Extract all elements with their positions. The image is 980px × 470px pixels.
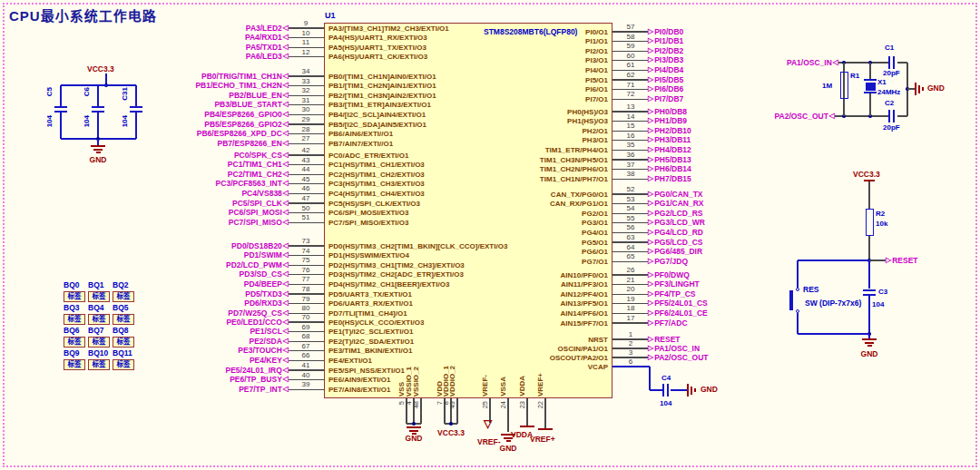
net-port[interactable]: PE0/LED1/CCO◁	[226, 318, 289, 327]
net-port[interactable]: PA4/RXD1◁	[245, 33, 289, 42]
net-port[interactable]: ▷PI7/DB7	[648, 94, 683, 103]
net-port[interactable]: ▷PF5/24L01_CS	[648, 299, 708, 308]
net-port[interactable]: PB6/ESP8266_XPD_DC◁	[197, 129, 289, 138]
net-port[interactable]: PC5/SPI_CLK◁	[232, 199, 289, 208]
tag-box-BQ10[interactable]: 标签	[88, 359, 110, 370]
net-port[interactable]: PC1/TIM1_CH1◁	[228, 160, 289, 169]
net-port[interactable]: ▷RESET	[648, 335, 681, 344]
net-port[interactable]: PC4/VS838◁	[241, 189, 289, 198]
net-port[interactable]: ▷PF7/ADC	[648, 318, 688, 328]
net-port[interactable]: PA5/TXD1◁	[246, 43, 289, 52]
tag-box-BQ3[interactable]: 标签	[64, 314, 85, 325]
net-port[interactable]: ▷PI0/DB0	[648, 27, 683, 36]
net-port[interactable]: PD4/BEEP◁	[244, 279, 289, 289]
net-port[interactable]: PC3/PCF8563_INT◁	[216, 179, 289, 188]
net-port[interactable]: PB5/ESP8266_GPIO2◁	[204, 120, 289, 129]
net-port[interactable]: PE1/SCL◁	[250, 327, 289, 336]
net-port[interactable]: PB2/BLUE_EN◁	[229, 91, 289, 100]
tag-box-BQ1[interactable]: 标签	[88, 291, 110, 302]
net-port[interactable]: PD7/W25Q_CS◁	[228, 308, 289, 318]
net-port[interactable]: ▷PG0/CAN_TX	[648, 190, 703, 199]
net-port[interactable]: PB0/TRIG/TIM1_CH1N◁	[201, 72, 289, 81]
net-port[interactable]: ▷PA1/OSC_IN	[648, 344, 700, 353]
net-port[interactable]: PE4/KEY◁	[250, 356, 289, 365]
net-port[interactable]: PC6/SPI_MOSI◁	[229, 208, 289, 217]
port-arrow-icon: ▷	[648, 56, 653, 64]
tag-box-BQ9[interactable]: 标签	[64, 359, 85, 370]
net-port[interactable]: ▷PH3/DB11	[648, 135, 691, 144]
resistor-R1[interactable]	[840, 72, 848, 99]
tag-box-BQ6[interactable]: 标签	[64, 337, 85, 348]
net-port[interactable]: PA2/OSC_OUT◁	[774, 112, 835, 121]
capacitor-C5[interactable]	[54, 106, 67, 108]
net-port[interactable]: ▷PH5/DB13	[648, 155, 691, 164]
capacitor-C4[interactable]	[667, 384, 669, 397]
tag-box-BQ11[interactable]: 标签	[113, 359, 134, 370]
net-port[interactable]: PD6/RXD3◁	[244, 299, 289, 308]
net-port[interactable]: PB7/ESP8266_EN◁	[217, 139, 289, 148]
capacitor-C1[interactable]	[893, 56, 895, 69]
tag-box-BQ2[interactable]: 标签	[113, 291, 134, 302]
net-port[interactable]: ▷PF3/LINGHT	[648, 279, 700, 289]
net-port[interactable]: PE7/TP_INT◁	[239, 385, 289, 394]
capacitor-C2[interactable]	[893, 110, 895, 122]
net-port[interactable]: PE2/SDA◁	[249, 337, 289, 346]
capacitor-C2[interactable]	[888, 110, 890, 122]
net-port[interactable]: ▷PA2/OSC_OUT	[648, 353, 709, 362]
tag-box-BQ4[interactable]: 标签	[88, 314, 110, 325]
net-port[interactable]: PA6/LED3◁	[246, 52, 289, 61]
net-port[interactable]: ▷PH4/DB12	[648, 145, 691, 154]
net-port[interactable]: ▷PF6/24L01_CE	[648, 308, 708, 318]
net-port[interactable]: ▷PH2/DB10	[648, 126, 691, 135]
net-port[interactable]: PC0/SPK_CS◁	[234, 151, 289, 160]
capacitor-C31[interactable]	[130, 106, 142, 108]
tag-box-BQ0[interactable]: 标签	[64, 291, 85, 302]
capacitor-C1[interactable]	[888, 56, 890, 69]
net-port[interactable]: ▷PH6/DB14	[648, 164, 691, 173]
net-port[interactable]: ▷PG7/JDQ	[648, 257, 688, 266]
net-port[interactable]: ▷PI2/DB2	[648, 46, 683, 55]
net-port[interactable]: ▷PG6/485_DIR	[648, 247, 702, 256]
net-port[interactable]: PE5/24L01_IRQ◁	[225, 366, 289, 375]
net-port[interactable]: ▷PG5/LCD_CS	[648, 238, 703, 247]
net-port[interactable]: ▷PI3/DB3	[648, 55, 683, 64]
net-port[interactable]: ▷PG3/LCD_WR	[648, 218, 705, 227]
net-port[interactable]: ▷PI1/DB1	[648, 36, 683, 45]
net-port[interactable]: ▷PH0/DB8	[648, 107, 687, 116]
net-port[interactable]: PB4/ESP8266_GPIO0◁	[204, 110, 289, 119]
net-port[interactable]: PC2/TIM1_CH2◁	[228, 170, 289, 179]
tag-box-BQ8[interactable]: 标签	[113, 337, 134, 348]
net-port[interactable]: ▷PI4/DB4	[648, 65, 683, 74]
net-port[interactable]: ▷PG2/LCD_RS	[648, 209, 703, 218]
net-port[interactable]: ▷PG1/CAN_RX	[648, 199, 703, 208]
net-port[interactable]: ▷PH1/DB9	[648, 116, 687, 125]
net-port[interactable]: PD5/TXD3◁	[245, 289, 289, 299]
net-port[interactable]: PA3/LED2◁	[246, 24, 289, 33]
pin-name: TIM1_CH1N/PH7/O1	[540, 175, 608, 183]
net-port[interactable]: ▷RESET	[886, 256, 918, 265]
net-port[interactable]: PC7/SPI_MISO◁	[229, 218, 289, 227]
tag-box-BQ5[interactable]: 标签	[113, 314, 134, 325]
net-port[interactable]: ▷PG4/LCD_RD	[648, 228, 703, 237]
net-port[interactable]: PE6/TP_BUSY◁	[230, 375, 289, 384]
crystal-X1[interactable]	[866, 83, 876, 91]
net-port[interactable]: PD2/LCD_PWM◁	[226, 260, 289, 269]
net-port[interactable]: ▷PI5/DB5	[648, 75, 683, 84]
capacitor-C6[interactable]	[92, 106, 104, 108]
tag-box-BQ7[interactable]: 标签	[88, 337, 110, 348]
net-port[interactable]: PE3/TOUCH◁	[238, 346, 289, 355]
net-port[interactable]: PB3/BLUE_START◁	[214, 100, 289, 109]
net-port[interactable]: PD1/SWIM◁	[244, 250, 289, 259]
net-port[interactable]: PD3/SD_CS◁	[240, 269, 289, 279]
capacitor-C3[interactable]	[863, 289, 876, 291]
net-port[interactable]: ▷PH7/DB15	[648, 174, 691, 183]
net-port[interactable]: ▷PF0/DWQ	[648, 270, 690, 279]
net-port[interactable]: PD0/DS18B20◁	[231, 241, 289, 250]
net-port[interactable]: PA1/OSC_IN◁	[787, 58, 838, 67]
net-port[interactable]: ▷PI6/DB6	[648, 84, 683, 93]
resistor-R2[interactable]	[866, 209, 874, 236]
capacitor-C4[interactable]	[662, 384, 664, 397]
net-port[interactable]: ▷PF4/TP_CS	[648, 289, 696, 299]
net-port[interactable]: PB1/ECHO_TIM1_CH2N◁	[195, 81, 289, 90]
reset-switch[interactable]	[789, 290, 793, 310]
